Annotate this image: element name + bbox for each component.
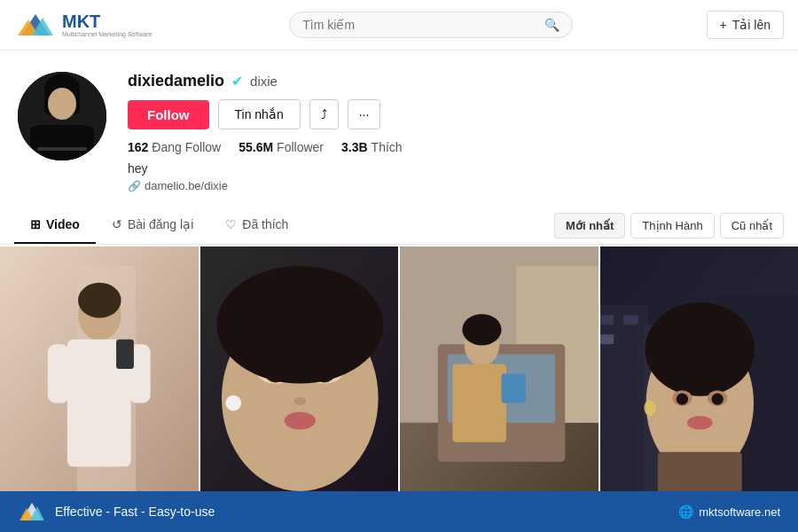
- profile-link: 🔗 damelio.be/dixie: [128, 179, 780, 192]
- footer-tagline: Effective - Fast - Easy-to-use: [55, 505, 215, 519]
- main-content: dixiedamelio ✔ dixie Follow Tin nhắn ⤴ ·…: [0, 51, 798, 494]
- footer-logo-icon: [18, 499, 46, 524]
- upload-plus-icon: +: [720, 18, 727, 32]
- logo-mkt-label: MKT: [62, 12, 153, 31]
- tabs-left: ⊞ Video ↺ Bài đăng lại ♡ Đã thích: [14, 207, 304, 244]
- profile-username: dixiedamelio: [128, 72, 224, 90]
- share-icon: ⤴: [321, 107, 327, 121]
- stat-following: 162 Đang Follow: [128, 140, 221, 154]
- followers-label: Follower: [277, 140, 324, 154]
- followers-count: 55.6M: [239, 140, 273, 154]
- profile-info: dixiedamelio ✔ dixie Follow Tin nhắn ⤴ ·…: [128, 72, 780, 192]
- svg-rect-11: [37, 147, 87, 151]
- globe-icon: 🌐: [678, 505, 693, 519]
- svg-rect-39: [502, 373, 527, 403]
- svg-point-55: [711, 394, 723, 405]
- logo-sub-label: Multichannel Marketing Software: [62, 31, 153, 38]
- svg-point-29: [284, 412, 315, 430]
- footer-right: 🌐 mktsoftware.net: [678, 505, 780, 519]
- upload-label: Tải lên: [732, 18, 771, 32]
- stat-likes: 3.3B Thích: [341, 140, 403, 154]
- logo-text: MKT Multichannel Marketing Software: [62, 12, 153, 38]
- svg-rect-49: [657, 452, 741, 494]
- svg-point-56: [686, 416, 712, 429]
- logo-area: MKT Multichannel Marketing Software: [14, 7, 156, 43]
- following-count: 162: [128, 140, 148, 154]
- stats-row: 162 Đang Follow 55.6M Follower 3.3B Thíc…: [128, 140, 780, 154]
- video-thumb-4[interactable]: [600, 246, 799, 494]
- more-icon: ···: [359, 107, 370, 121]
- video-thumb-1[interactable]: [0, 246, 199, 494]
- profile-name-row: dixiedamelio ✔ dixie: [128, 72, 780, 90]
- svg-rect-16: [48, 344, 69, 403]
- header: MKT Multichannel Marketing Software 🔍 + …: [0, 0, 798, 51]
- video-thumb-2-image: [200, 246, 399, 494]
- svg-point-7: [48, 88, 76, 120]
- svg-rect-42: [600, 305, 648, 494]
- video-tab-icon: ⊞: [30, 217, 41, 231]
- search-input[interactable]: [302, 18, 544, 32]
- sort-trending-button[interactable]: Thịnh Hành: [630, 213, 714, 239]
- sort-oldest-button[interactable]: Cũ nhất: [720, 213, 784, 239]
- profile-actions: Follow Tin nhắn ⤴ ···: [128, 99, 780, 129]
- footer: Effective - Fast - Easy-to-use 🌐 mktsoft…: [0, 491, 798, 532]
- avatar: [18, 72, 106, 160]
- search-icon[interactable]: 🔍: [544, 18, 559, 32]
- tabs-bar: ⊞ Video ↺ Bài đăng lại ♡ Đã thích Mới nh…: [0, 207, 798, 245]
- svg-point-51: [644, 400, 655, 416]
- svg-rect-46: [623, 315, 638, 325]
- video-grid: come with me to fittings in milan: [0, 245, 798, 494]
- verified-badge-icon: ✔: [231, 73, 243, 90]
- search-bar: 🔍: [156, 12, 707, 38]
- footer-website[interactable]: mktsoftware.net: [699, 505, 780, 519]
- upload-button[interactable]: + Tải lên: [707, 11, 784, 39]
- svg-rect-8: [35, 125, 89, 160]
- likes-label: Thích: [372, 140, 403, 154]
- footer-left: Effective - Fast - Easy-to-use: [18, 499, 215, 524]
- message-button[interactable]: Tin nhắn: [218, 99, 301, 129]
- svg-point-50: [645, 302, 755, 396]
- mkt-logo-icon: [14, 7, 57, 43]
- more-options-button[interactable]: ···: [348, 99, 381, 129]
- link-icon: 🔗: [128, 180, 141, 192]
- video-thumb-3-image: [400, 246, 598, 494]
- svg-point-54: [676, 394, 687, 405]
- likes-count: 3.3B: [341, 140, 368, 154]
- bio-text: hey: [128, 161, 780, 176]
- sort-newest-button[interactable]: Mới nhất: [554, 213, 625, 239]
- video-thumb-4-image: [600, 246, 799, 494]
- tab-liked[interactable]: ♡ Đã thích: [209, 207, 304, 244]
- tab-liked-label: Đã thích: [242, 217, 288, 231]
- following-label: Đang Follow: [152, 140, 221, 154]
- tab-repost-label: Bài đăng lại: [128, 217, 193, 231]
- svg-point-28: [293, 397, 305, 405]
- profile-section: dixiedamelio ✔ dixie Follow Tin nhắn ⤴ ·…: [0, 51, 798, 207]
- repost-tab-icon: ↺: [112, 217, 122, 231]
- tab-repost[interactable]: ↺ Bài đăng lại: [96, 207, 209, 244]
- stat-followers: 55.6M Follower: [239, 140, 324, 154]
- profile-link-text[interactable]: damelio.be/dixie: [145, 179, 228, 192]
- svg-point-19: [78, 283, 121, 318]
- video-thumb-1-image: [0, 246, 199, 494]
- svg-rect-45: [600, 315, 614, 325]
- follow-button[interactable]: Follow: [128, 100, 209, 129]
- liked-tab-icon: ♡: [225, 217, 237, 231]
- svg-rect-18: [116, 340, 134, 369]
- video-thumb-2[interactable]: [200, 246, 399, 494]
- tab-video[interactable]: ⊞ Video: [14, 207, 96, 244]
- avatar-image: [18, 72, 106, 160]
- sort-options: Mới nhất Thịnh Hành Cũ nhất: [554, 213, 784, 239]
- video-thumb-3[interactable]: come with me to fittings in milan: [400, 246, 598, 494]
- svg-point-40: [462, 314, 501, 345]
- profile-handle: dixie: [250, 74, 278, 89]
- svg-point-31: [216, 266, 383, 383]
- svg-rect-47: [600, 334, 614, 344]
- search-wrapper: 🔍: [289, 12, 573, 38]
- share-button[interactable]: ⤴: [309, 99, 339, 129]
- tab-video-label: Video: [46, 217, 80, 231]
- svg-rect-38: [452, 364, 506, 442]
- svg-point-30: [225, 395, 241, 411]
